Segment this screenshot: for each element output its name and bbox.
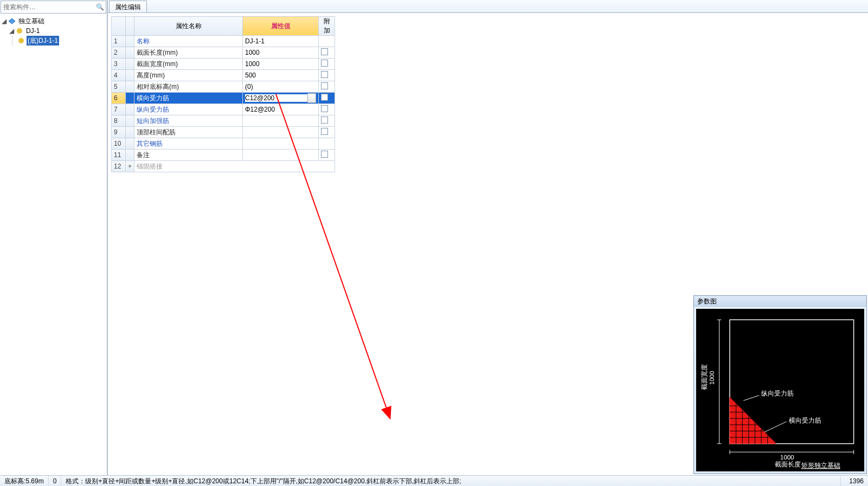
property-name: 顶部柱间配筋 xyxy=(134,127,243,138)
svg-text:1000: 1000 xyxy=(708,371,715,385)
gear-icon xyxy=(17,36,25,45)
search-button[interactable]: 🔍 xyxy=(94,1,106,13)
tree-root-label: 独立基础 xyxy=(17,16,46,26)
svg-text:横向受力筋: 横向受力筋 xyxy=(789,417,821,424)
property-name: 相对底标高(m) xyxy=(134,81,243,93)
expand-toggle[interactable]: + xyxy=(126,161,134,172)
property-row[interactable]: 6横向受力筋… xyxy=(112,93,335,104)
property-addon-checkbox[interactable] xyxy=(319,47,335,59)
property-name: 锚固搭接 xyxy=(134,161,335,172)
property-addon-checkbox[interactable] xyxy=(319,81,335,93)
expand-toggle xyxy=(126,115,134,127)
property-row[interactable]: 12+锚固搭接 xyxy=(112,161,335,172)
expand-toggle xyxy=(126,70,134,81)
tree-root[interactable]: ◢ 独立基础 xyxy=(1,16,106,26)
property-value[interactable]: 500 xyxy=(243,70,319,81)
property-name: 备注 xyxy=(134,150,243,161)
parameter-diagram-title: 参数图 xyxy=(694,296,866,307)
svg-text:截面宽度: 截面宽度 xyxy=(700,364,708,390)
sidebar: 🔍 ◢ 独立基础 ◢ DJ-1 xyxy=(0,0,107,475)
property-name: 高度(mm) xyxy=(134,70,243,81)
property-name: 纵向受力筋 xyxy=(134,104,243,115)
property-row[interactable]: 3截面宽度(mm)1000 xyxy=(112,59,335,70)
tree-child[interactable]: ◢ DJ-1 xyxy=(9,26,106,36)
property-addon-checkbox[interactable] xyxy=(319,93,335,104)
property-row[interactable]: 8短向加强筋 xyxy=(112,115,335,127)
row-index: 4 xyxy=(112,70,126,81)
svg-text:截面长度: 截面长度 xyxy=(775,461,801,468)
tab-properties[interactable]: 属性编辑 xyxy=(109,1,147,12)
svg-point-0 xyxy=(17,28,22,34)
row-index: 1 xyxy=(112,36,126,47)
property-value[interactable] xyxy=(243,150,319,161)
property-name: 其它钢筋 xyxy=(134,138,243,150)
tree-leaf[interactable]: (底)DJ-1-1 xyxy=(16,36,106,46)
gear-icon xyxy=(15,27,24,35)
tree-toggle[interactable]: ◢ xyxy=(9,26,14,36)
content-area: 属性名称 属性值 附加 1名称DJ-1-12截面长度(mm)10003截面宽度(… xyxy=(108,13,868,475)
row-index: 9 xyxy=(112,127,126,138)
ellipsis-button[interactable]: … xyxy=(307,93,316,103)
property-value[interactable] xyxy=(243,127,319,138)
component-tree[interactable]: ◢ 独立基础 ◢ DJ-1 xyxy=(0,14,107,475)
svg-text:矩形独立基础: 矩形独立基础 xyxy=(801,462,840,469)
status-elevation: 底标高:5.69m xyxy=(0,476,49,486)
search-row: 🔍 xyxy=(1,1,106,14)
svg-line-30 xyxy=(764,422,787,432)
expand-toggle xyxy=(126,127,134,138)
tree-child-label: DJ-1 xyxy=(25,26,41,36)
property-row[interactable]: 1名称DJ-1-1 xyxy=(112,36,335,47)
property-name: 截面长度(mm) xyxy=(134,47,243,59)
status-zero: 0 xyxy=(49,476,62,486)
property-addon-checkbox[interactable] xyxy=(319,104,335,115)
expand-toggle xyxy=(126,93,134,104)
property-row[interactable]: 2截面长度(mm)1000 xyxy=(112,47,335,59)
tab-bar: 属性编辑 xyxy=(108,0,868,13)
expand-toggle xyxy=(126,47,134,59)
svg-text:1000: 1000 xyxy=(780,453,794,461)
property-row[interactable]: 4高度(mm)500 xyxy=(112,70,335,81)
property-value[interactable]: … xyxy=(243,93,319,104)
property-row[interactable]: 9顶部柱间配筋 xyxy=(112,127,335,138)
property-row[interactable]: 7纵向受力筋Φ12@200 xyxy=(112,104,335,115)
property-value[interactable]: DJ-1-1 xyxy=(243,36,319,47)
right-pane: 属性编辑 属性名称 属性值 附加 1名称DJ-1-12截面长度(mm)10003… xyxy=(107,0,868,475)
property-addon-checkbox[interactable] xyxy=(319,150,335,161)
expand-toggle xyxy=(126,138,134,150)
search-icon: 🔍 xyxy=(96,3,104,11)
property-value[interactable] xyxy=(243,138,319,150)
property-row[interactable]: 11备注 xyxy=(112,150,335,161)
expand-toggle xyxy=(126,104,134,115)
col-blank xyxy=(112,17,126,36)
property-value-input[interactable] xyxy=(245,94,307,102)
tree-toggle[interactable]: ◢ xyxy=(1,16,7,26)
search-input[interactable] xyxy=(1,2,94,12)
parameter-diagram-panel: 参数图 xyxy=(693,295,867,474)
property-value[interactable] xyxy=(243,115,319,127)
property-addon-checkbox[interactable] xyxy=(319,138,335,150)
property-value[interactable]: Φ12@200 xyxy=(243,104,319,115)
svg-text:纵向受力筋: 纵向受力筋 xyxy=(761,390,794,397)
property-name: 截面宽度(mm) xyxy=(134,59,243,70)
row-index: 7 xyxy=(112,104,126,115)
property-row[interactable]: 10其它钢筋 xyxy=(112,138,335,150)
status-bar: 底标高:5.69m 0 格式：级别+直径+间距或数量+级别+直径,如C12@20… xyxy=(0,475,868,486)
row-index: 5 xyxy=(112,81,126,93)
svg-line-29 xyxy=(743,396,759,401)
property-value[interactable]: 1000 xyxy=(243,59,319,70)
property-row[interactable]: 5相对底标高(m)(0) xyxy=(112,81,335,93)
property-value[interactable]: (0) xyxy=(243,81,319,93)
property-addon-checkbox[interactable] xyxy=(319,115,335,127)
property-addon-checkbox[interactable] xyxy=(319,127,335,138)
row-index: 12 xyxy=(112,161,126,172)
property-value[interactable]: 1000 xyxy=(243,47,319,59)
row-index: 6 xyxy=(112,93,126,104)
property-addon-checkbox[interactable] xyxy=(319,36,335,47)
row-index: 11 xyxy=(112,150,126,161)
col-name-header: 属性名称 xyxy=(134,17,243,36)
property-addon-checkbox[interactable] xyxy=(319,70,335,81)
expand-toggle xyxy=(126,81,134,93)
property-addon-checkbox[interactable] xyxy=(319,59,335,70)
property-name: 横向受力筋 xyxy=(134,93,243,104)
row-index: 8 xyxy=(112,115,126,127)
